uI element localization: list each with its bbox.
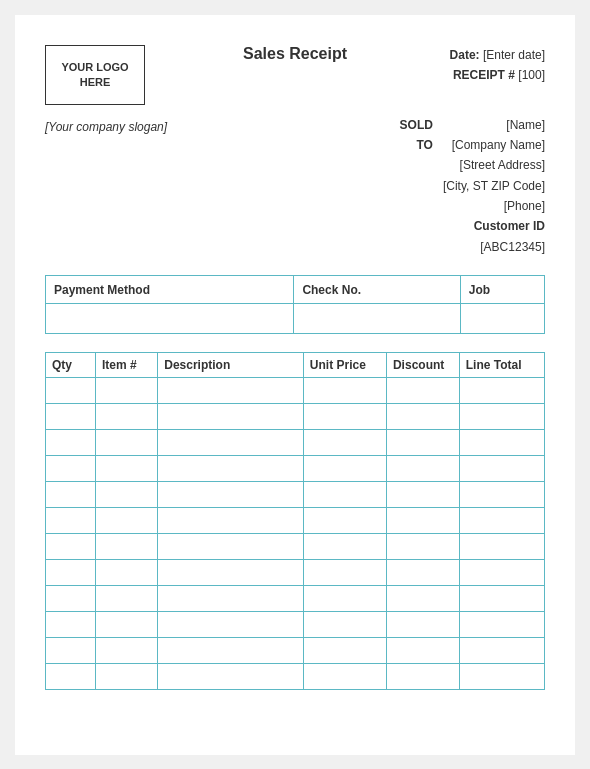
- col-item: Item #: [95, 353, 157, 378]
- sold-customer-id-value: [ABC12345]: [443, 237, 545, 257]
- payment-method-value: [46, 304, 294, 334]
- table-cell: [459, 456, 544, 482]
- table-row: [46, 456, 545, 482]
- sold-to-values: [Name] [Company Name] [Street Address] […: [443, 115, 545, 258]
- table-row: [46, 378, 545, 404]
- table-cell: [158, 638, 304, 664]
- table-cell: [46, 612, 96, 638]
- table-cell: [303, 430, 386, 456]
- table-cell: [158, 534, 304, 560]
- payment-col-method: Payment Method: [46, 276, 294, 304]
- sold-company: [Company Name]: [443, 135, 545, 155]
- table-cell: [459, 586, 544, 612]
- table-cell: [386, 664, 459, 690]
- table-cell: [303, 560, 386, 586]
- table-cell: [95, 404, 157, 430]
- table-cell: [459, 508, 544, 534]
- table-cell: [386, 534, 459, 560]
- table-cell: [459, 612, 544, 638]
- table-cell: [386, 378, 459, 404]
- table-cell: [459, 664, 544, 690]
- sold-to-labels: SOLD TO: [400, 115, 433, 258]
- table-cell: [95, 560, 157, 586]
- table-cell: [303, 456, 386, 482]
- table-row: [46, 534, 545, 560]
- table-cell: [46, 508, 96, 534]
- table-row: [46, 482, 545, 508]
- sold-street: [Street Address]: [443, 155, 545, 175]
- table-cell: [386, 404, 459, 430]
- receipt-value: [100]: [518, 68, 545, 82]
- items-header-row: Qty Item # Description Unit Price Discou…: [46, 353, 545, 378]
- table-cell: [46, 586, 96, 612]
- table-cell: [158, 586, 304, 612]
- header-right: Date: [Enter date] RECEIPT # [100]: [450, 45, 545, 86]
- col-unit: Unit Price: [303, 353, 386, 378]
- table-cell: [95, 664, 157, 690]
- page-title: Sales Receipt: [243, 45, 347, 63]
- table-cell: [386, 638, 459, 664]
- col-total: Line Total: [459, 353, 544, 378]
- table-cell: [386, 430, 459, 456]
- sold-to-section: SOLD TO [Name] [Company Name] [Street Ad…: [400, 115, 545, 258]
- table-row: [46, 508, 545, 534]
- table-row: [46, 586, 545, 612]
- logo-box: YOUR LOGO HERE: [45, 45, 145, 105]
- table-cell: [386, 508, 459, 534]
- payment-check-value: [294, 304, 460, 334]
- table-cell: [46, 560, 96, 586]
- table-cell: [46, 378, 96, 404]
- table-row: [46, 638, 545, 664]
- table-cell: [95, 482, 157, 508]
- table-cell: [386, 482, 459, 508]
- table-cell: [46, 430, 96, 456]
- table-row: [46, 612, 545, 638]
- table-cell: [46, 534, 96, 560]
- middle-section: [Your company slogan] SOLD TO [Name] [Co…: [45, 115, 545, 258]
- table-cell: [303, 638, 386, 664]
- table-row: [46, 404, 545, 430]
- table-cell: [95, 586, 157, 612]
- table-cell: [459, 638, 544, 664]
- sold-label-2: TO: [417, 135, 433, 155]
- payment-col-check: Check No.: [294, 276, 460, 304]
- table-cell: [459, 534, 544, 560]
- table-cell: [158, 612, 304, 638]
- table-cell: [95, 612, 157, 638]
- payment-col-job: Job: [460, 276, 544, 304]
- table-cell: [386, 560, 459, 586]
- table-cell: [386, 586, 459, 612]
- receipt-page: Sales Receipt YOUR LOGO HERE Date: [Ente…: [15, 15, 575, 755]
- date-line: Date: [Enter date]: [450, 45, 545, 65]
- col-disc: Discount: [386, 353, 459, 378]
- payment-header-row: Payment Method Check No. Job: [46, 276, 545, 304]
- table-cell: [158, 482, 304, 508]
- col-qty: Qty: [46, 353, 96, 378]
- table-cell: [303, 586, 386, 612]
- table-cell: [95, 534, 157, 560]
- table-row: [46, 430, 545, 456]
- table-cell: [303, 482, 386, 508]
- table-cell: [46, 664, 96, 690]
- table-cell: [158, 560, 304, 586]
- sold-label-1: SOLD: [400, 115, 433, 135]
- table-cell: [303, 508, 386, 534]
- table-cell: [46, 456, 96, 482]
- table-cell: [95, 638, 157, 664]
- table-cell: [459, 482, 544, 508]
- table-cell: [158, 378, 304, 404]
- payment-job-value: [460, 304, 544, 334]
- payment-table: Payment Method Check No. Job: [45, 275, 545, 334]
- date-label: Date:: [450, 48, 480, 62]
- table-cell: [158, 404, 304, 430]
- left-side: [Your company slogan]: [45, 115, 400, 258]
- table-cell: [46, 404, 96, 430]
- table-cell: [95, 378, 157, 404]
- table-cell: [386, 456, 459, 482]
- sold-city: [City, ST ZIP Code]: [443, 176, 545, 196]
- table-cell: [158, 430, 304, 456]
- table-cell: [459, 560, 544, 586]
- table-cell: [95, 456, 157, 482]
- table-cell: [303, 612, 386, 638]
- logo-text: YOUR LOGO HERE: [46, 60, 144, 89]
